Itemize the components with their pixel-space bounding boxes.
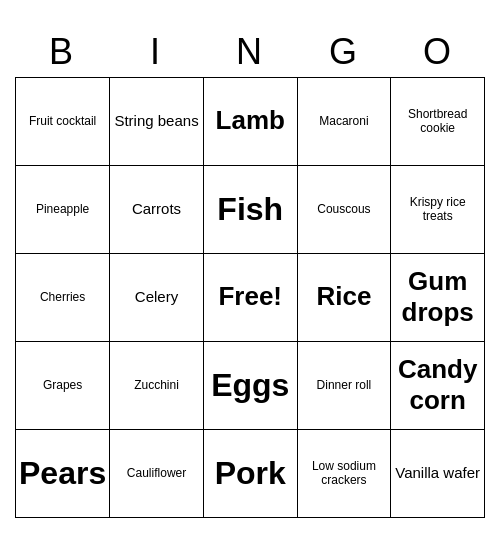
cell-r4-c4: Vanilla wafer: [391, 430, 485, 518]
cell-text: Zucchini: [134, 378, 179, 392]
cell-text: Dinner roll: [317, 378, 372, 392]
cell-r0-c2: Lamb: [204, 78, 298, 166]
cell-text: Gum drops: [394, 266, 481, 328]
header-letter: N: [203, 27, 297, 77]
cell-r4-c2: Pork: [204, 430, 298, 518]
cell-text: Fish: [217, 190, 283, 228]
cell-text: Fruit cocktail: [29, 114, 96, 128]
cell-r0-c4: Shortbread cookie: [391, 78, 485, 166]
cell-text: Cauliflower: [127, 466, 186, 480]
bingo-card: BINGO Fruit cocktailString beansLambMaca…: [15, 27, 485, 518]
cell-r0-c1: String beans: [110, 78, 204, 166]
header-letter: G: [297, 27, 391, 77]
cell-text: Lamb: [216, 105, 285, 136]
header-letter: B: [15, 27, 109, 77]
cell-text: Krispy rice treats: [394, 195, 481, 224]
cell-text: Low sodium crackers: [301, 459, 388, 488]
cell-r2-c1: Celery: [110, 254, 204, 342]
cell-r2-c0: Cherries: [16, 254, 110, 342]
cell-text: String beans: [114, 112, 198, 130]
bingo-header: BINGO: [15, 27, 485, 77]
cell-r0-c0: Fruit cocktail: [16, 78, 110, 166]
cell-r1-c0: Pineapple: [16, 166, 110, 254]
cell-r3-c0: Grapes: [16, 342, 110, 430]
cell-text: Carrots: [132, 200, 181, 218]
cell-text: Couscous: [317, 202, 370, 216]
cell-r3-c2: Eggs: [204, 342, 298, 430]
cell-r1-c1: Carrots: [110, 166, 204, 254]
cell-text: Macaroni: [319, 114, 368, 128]
cell-text: Eggs: [211, 366, 289, 404]
cell-r4-c0: Pears: [16, 430, 110, 518]
cell-r3-c1: Zucchini: [110, 342, 204, 430]
cell-r3-c3: Dinner roll: [298, 342, 392, 430]
cell-text: Cherries: [40, 290, 85, 304]
cell-r1-c2: Fish: [204, 166, 298, 254]
cell-r1-c3: Couscous: [298, 166, 392, 254]
cell-r4-c3: Low sodium crackers: [298, 430, 392, 518]
cell-text: Pineapple: [36, 202, 89, 216]
cell-text: Grapes: [43, 378, 82, 392]
bingo-grid: Fruit cocktailString beansLambMacaroniSh…: [15, 77, 485, 518]
cell-r2-c2: Free!: [204, 254, 298, 342]
cell-text: Pears: [19, 454, 106, 492]
cell-r0-c3: Macaroni: [298, 78, 392, 166]
header-letter: I: [109, 27, 203, 77]
cell-r4-c1: Cauliflower: [110, 430, 204, 518]
header-letter: O: [391, 27, 485, 77]
cell-r3-c4: Candy corn: [391, 342, 485, 430]
cell-text: Pork: [215, 454, 286, 492]
cell-text: Free!: [218, 281, 282, 312]
cell-text: Candy corn: [394, 354, 481, 416]
cell-text: Vanilla wafer: [395, 464, 480, 482]
cell-text: Rice: [316, 281, 371, 312]
cell-r2-c3: Rice: [298, 254, 392, 342]
cell-r2-c4: Gum drops: [391, 254, 485, 342]
cell-text: Shortbread cookie: [394, 107, 481, 136]
cell-text: Celery: [135, 288, 178, 306]
cell-r1-c4: Krispy rice treats: [391, 166, 485, 254]
